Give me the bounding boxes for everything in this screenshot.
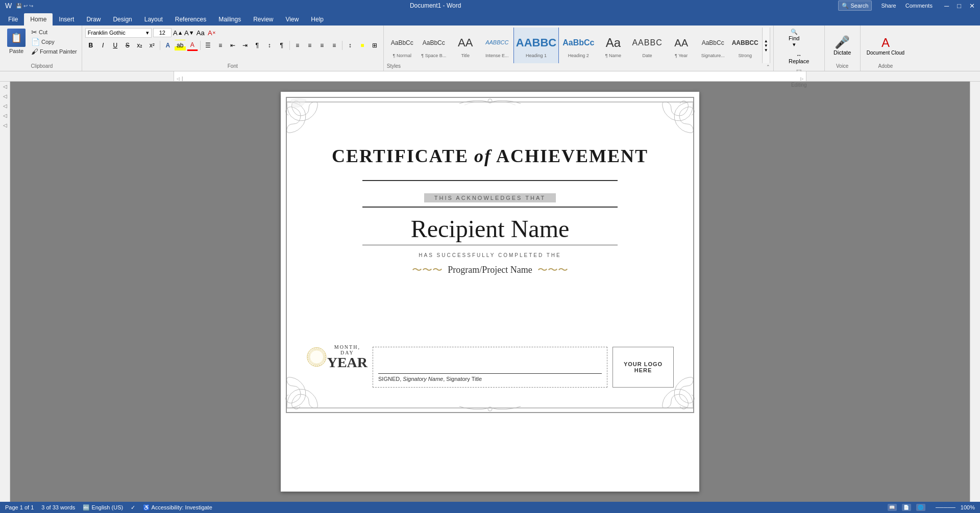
style-name[interactable]: Aa ¶ Name [598,28,628,63]
style-heading1-label: Heading 1 [526,53,547,58]
bold-button[interactable]: B [85,40,96,51]
indent-inc-button[interactable]: ⇥ [239,40,251,51]
svg-point-3 [309,349,325,365]
comments-button[interactable]: Comments [905,3,933,9]
main-area: ◁ ◁ ◁ ◁ ◁ [0,82,980,502]
style-intense-emph[interactable]: AABBCC Intense E... [482,28,512,63]
numbering-button[interactable]: ≡ [215,40,226,51]
format-painter-button[interactable]: 🖌 Format Painter [30,47,79,56]
strikethrough-button[interactable]: S [122,40,133,51]
tab-draw[interactable]: Draw [80,13,107,25]
document[interactable]: CERTIFICATE of ACHIEVEMENT THIS ACKNOWLE… [281,92,699,492]
borders-button[interactable]: ⊞ [369,40,380,51]
font-group: Franklin Gothic ▾ 12 A▲ A▼ Aa A✕ B I U S [82,25,384,71]
read-mode-icon[interactable]: 📖 [888,504,897,511]
paste-icon: 📋 [7,29,26,47]
subscript-button[interactable]: x₂ [134,40,145,51]
word-count: 3 of 33 words [41,504,75,511]
style-year[interactable]: AA ¶ Year [666,28,697,63]
align-left-button[interactable]: ≡ [292,40,303,51]
zoom-slider[interactable]: ───── [936,504,955,510]
style-name-label: ¶ Name [605,53,621,58]
seal-month: MONTH, DAY [327,344,368,355]
font-row2: B I U S x₂ x² A ab A ☰ ≡ ⇤ ⇥ ¶ ↕ ¶ ≡ [85,40,380,51]
web-layout-icon[interactable]: 🌐 [916,504,925,511]
style-title[interactable]: AA Title [450,28,481,63]
maximize-button[interactable]: □ [957,2,961,10]
tab-view[interactable]: View [280,13,305,25]
tab-references[interactable]: References [169,13,212,25]
sort-button[interactable]: ↕ [264,40,275,51]
style-name-preview: Aa [606,33,621,53]
adobe-label: Document Cloud [867,50,904,56]
clear-format-button[interactable]: A✕ [207,28,217,38]
style-signature1[interactable]: AaBbCc Signature... [698,28,728,63]
style-strong[interactable]: AABBCC Strong [729,28,761,63]
print-layout-icon[interactable]: 📄 [902,504,911,511]
font-color-button[interactable]: A [187,40,198,51]
font-size-input[interactable]: 12 [153,28,172,37]
style-heading1-preview: AABBC [516,33,556,53]
underline-button[interactable]: U [110,40,121,51]
superscript-button[interactable]: x² [146,40,158,51]
font-grow-button[interactable]: A▲ [173,28,183,38]
font-name-input[interactable]: Franklin Gothic ▾ [85,28,152,38]
ltr-button[interactable]: ¶ [252,40,263,51]
style-normal[interactable]: AaBbCc ¶ Normal [387,28,418,63]
cert-bottom: MONTH, DAY YEAR SIGNED, Signatory Name, … [306,326,674,388]
tab-home[interactable]: Home [24,13,53,25]
align-right-button[interactable]: ≡ [316,40,328,51]
italic-button[interactable]: I [97,40,109,51]
align-center-button[interactable]: ≡ [304,40,315,51]
replace-button[interactable]: ↔ Replace [786,51,812,65]
search-box[interactable]: 🔍 Search [838,1,872,11]
styles-dialog-launcher[interactable]: ⌃ [766,64,770,69]
highlight-button[interactable]: ab [175,40,186,51]
sidebar-marker4: ◁ [2,113,8,118]
show-hide-button[interactable]: ¶ [276,40,287,51]
style-heading2[interactable]: AaBbCc Heading 2 [560,28,597,63]
sig-line [378,373,602,374]
shading-button[interactable]: ■ [357,40,368,51]
share-button[interactable]: Share [881,3,896,9]
copy-button[interactable]: 📄 Copy [30,37,79,46]
program-deco-right: 〜〜〜 [537,263,568,277]
style-heading1[interactable]: AABBC Heading 1 [513,28,559,63]
tab-design[interactable]: Design [107,13,138,25]
minimize-button[interactable]: ─ [944,2,949,10]
paste-label: Paste [9,48,23,54]
text-effects-button[interactable]: A [162,40,174,51]
cert-logo-box[interactable]: YOUR LOGO HERE [612,347,674,388]
page-info: Page 1 of 1 [5,504,34,511]
search-label[interactable]: Search [851,3,869,9]
cert-program[interactable]: Program/Project Name [448,265,532,275]
style-date[interactable]: AABBC Date [629,28,665,63]
cert-title-area: CERTIFICATE of ACHIEVEMENT [332,145,648,167]
paste-button[interactable]: 📋 Paste [5,28,28,55]
adobe-button[interactable]: A Document Cloud [864,35,908,57]
font-case-button[interactable]: Aa [195,28,206,38]
tab-review[interactable]: Review [247,13,279,25]
format-separator4 [342,41,342,50]
justify-button[interactable]: ≡ [329,40,340,51]
tab-insert[interactable]: Insert [53,13,80,25]
tab-help[interactable]: Help [305,13,330,25]
indent-dec-button[interactable]: ⇤ [227,40,238,51]
tab-mailings[interactable]: Mailings [212,13,247,25]
style-space-before[interactable]: AaBbCc ¶ Space B... [419,28,449,63]
close-button[interactable]: ✕ [969,2,975,10]
dictate-button[interactable]: 🎤 Dictate [830,34,854,57]
left-sidebar: ◁ ◁ ◁ ◁ ◁ [0,82,10,502]
font-shrink-button[interactable]: A▼ [184,28,194,38]
find-button[interactable]: 🔍 Find ▾ [786,28,802,49]
cert-recipient[interactable]: Recipient Name [411,215,570,243]
tab-file[interactable]: File [2,13,24,25]
line-spacing-button[interactable]: ↕ [345,40,356,51]
bullets-button[interactable]: ☰ [203,40,214,51]
font-name-value: Franklin Gothic [88,30,126,36]
styles-scroll-up[interactable]: ▲▼▼ [762,28,770,63]
tab-layout[interactable]: Layout [138,13,169,25]
cert-signature-box[interactable]: SIGNED, Signatory Name, Signatory Title [373,347,607,388]
cut-button[interactable]: ✂ Cut [30,28,79,37]
word-logo-icon: W [5,2,12,10]
